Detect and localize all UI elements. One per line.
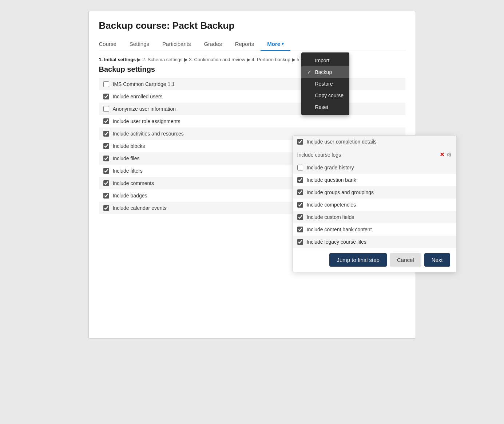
checkbox-badges[interactable] [103,193,109,199]
step-1: 1. Initial settings [99,57,136,62]
setting-user-completion: Include user completion details [293,136,456,148]
tab-grades[interactable]: Grades [197,37,228,51]
checkbox-anonymize-user[interactable] [103,106,109,112]
tab-bar: Course Settings Participants Grades Repo… [99,37,405,51]
right-panel-settings: Include user completion details Include … [293,136,456,248]
checkbox-question-bank[interactable] [297,177,303,183]
setting-anonymize-user: Anonymize user information [99,103,405,115]
setting-competencies: Include competencies [293,199,456,211]
dropdown-copy-course[interactable]: Copy course [301,90,350,101]
checkbox-ims-cartridge[interactable] [103,81,109,87]
checkbox-comments[interactable] [103,180,109,186]
checkbox-content-bank[interactable] [297,227,303,232]
breadcrumb: 1. Initial settings ▶ 2. Schema settings… [99,51,405,65]
dropdown-backup[interactable]: ✓ Backup [301,66,350,78]
setting-content-bank: Include content bank content [293,223,456,236]
setting-enrolled-users: Include enrolled users [99,90,405,103]
tab-settings[interactable]: Settings [123,37,156,51]
right-panel: Include user completion details Include … [293,135,456,272]
checkbox-legacy-files[interactable] [297,239,303,245]
x-icon: ✕ [440,151,444,158]
chevron-down-icon: ▾ [282,42,284,46]
checkbox-user-role[interactable] [103,118,109,124]
checkbox-blocks[interactable] [103,143,109,149]
setting-legacy-files: Include legacy course files [293,236,456,248]
tab-more[interactable]: More ▾ [261,37,290,51]
tab-reports[interactable]: Reports [229,37,261,51]
panel-footer: Jump to final step Cancel Next [293,248,456,272]
checkbox-user-completion[interactable] [297,139,303,145]
setting-ims-cartridge: IMS Common Cartridge 1.1 [99,78,405,90]
checkbox-activities[interactable] [103,131,109,137]
more-dropdown: Import ✓ Backup Restore Copy course Rese… [301,52,350,115]
checkbox-groups[interactable] [297,189,303,195]
tab-course[interactable]: Course [99,37,123,51]
setting-user-role: Include user role assignments [99,115,405,127]
gear-icon[interactable]: ⚙ [447,151,452,158]
section-title: Backup settings [99,65,405,74]
dropdown-import[interactable]: Import [301,55,350,66]
checkbox-enrolled-users[interactable] [103,94,109,99]
dropdown-reset[interactable]: Reset [301,101,350,113]
setting-grade-history: Include grade history [293,161,456,174]
next-button[interactable]: Next [424,253,450,267]
checkbox-filters[interactable] [103,168,109,174]
dropdown-restore[interactable]: Restore [301,78,350,90]
checkbox-competencies[interactable] [297,202,303,208]
page-title: Backup course: Packt Backup [99,20,405,31]
setting-custom-fields: Include custom fields [293,211,456,223]
cancel-button[interactable]: Cancel [390,253,421,267]
setting-question-bank: Include question bank [293,174,456,186]
jump-to-final-button[interactable]: Jump to final step [329,253,387,267]
main-card: Backup course: Packt Backup Course Setti… [88,11,416,339]
setting-groups: Include groups and groupings [293,186,456,199]
setting-course-logs: Include course logs ✕ ⚙ [293,148,456,161]
tab-participants[interactable]: Participants [156,37,197,51]
checkbox-grade-history[interactable] [297,165,303,170]
checkbox-custom-fields[interactable] [297,214,303,220]
checkbox-files[interactable] [103,156,109,161]
checkbox-calendar[interactable] [103,205,109,211]
